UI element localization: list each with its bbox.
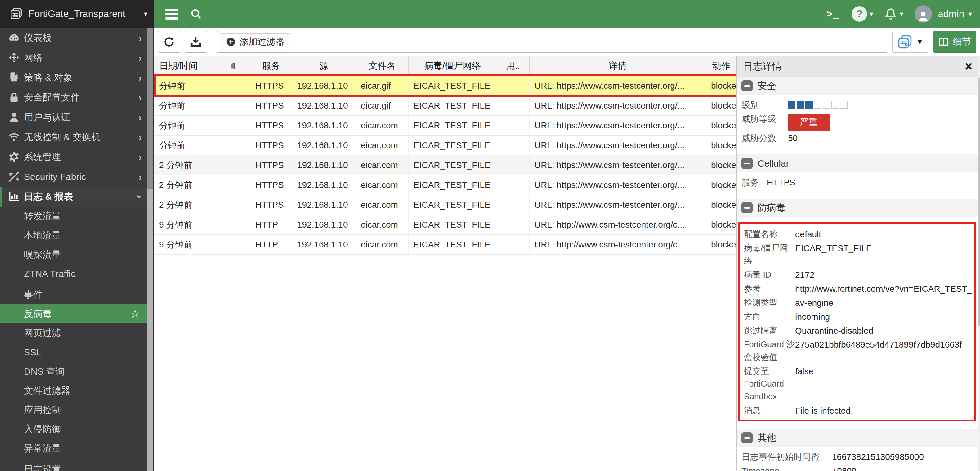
download-button[interactable] <box>185 31 207 53</box>
col-header-service[interactable]: 服务 <box>250 56 292 76</box>
chevron-right-icon: › <box>138 152 142 162</box>
avatar <box>915 5 932 23</box>
device-selector[interactable]: FortiGate_Transparent ▾ <box>0 0 154 28</box>
field-row: 威胁等级 严重 <box>737 112 977 131</box>
policy-icon <box>8 71 24 84</box>
sidebar-item-security-fabric[interactable]: Security Fabric › <box>0 167 148 187</box>
sidebar-item-ssl[interactable]: SSL <box>0 343 148 362</box>
col-header-attachment[interactable] <box>216 56 250 76</box>
sidebar-item-anomaly[interactable]: 异常流量 <box>0 439 148 458</box>
sidebar-item-forward-traffic[interactable]: 转发流量 <box>0 206 148 226</box>
sidebar-scrollbar[interactable] <box>147 28 153 471</box>
col-header-datetime[interactable]: 日期/时间 <box>154 56 216 76</box>
sidebar-item-local-traffic[interactable]: 本地流量 <box>0 226 148 245</box>
col-header-action[interactable]: 动作 <box>706 56 737 76</box>
section-antivirus[interactable]: 防病毒 <box>737 199 977 217</box>
virus-link[interactable]: EICAR_TEST_FILE <box>409 76 497 95</box>
notifications-menu[interactable]: ▾ <box>884 8 903 21</box>
level-indicator <box>788 101 977 108</box>
sidebar-item-wifi-switch[interactable]: 无线控制 & 交换机 › <box>0 127 148 147</box>
table-row[interactable]: 分钟前 HTTPS 192.168.1.10 eicar.gif EICAR_T… <box>154 96 737 116</box>
log-report-icon <box>8 190 24 203</box>
sidebar-item-app-control[interactable]: 应用控制 <box>0 400 148 420</box>
network-icon <box>8 51 24 64</box>
search-icon[interactable] <box>189 8 202 21</box>
virus-link[interactable]: EICAR_TEST_FILE <box>409 135 497 155</box>
sidebar-item-antivirus[interactable]: 反病毒 ☆ <box>0 304 148 324</box>
table-row[interactable]: 分钟前 HTTPS 192.168.1.10 eicar.com EICAR_T… <box>154 135 737 155</box>
field-row: FortiGuard 沙盒校验值 275a021bbfb6489e54d4718… <box>740 338 974 364</box>
table-row[interactable]: 分钟前 HTTPS 192.168.1.10 eicar.com EICAR_T… <box>154 116 737 135</box>
sidebar-item-log-report[interactable]: 日志 & 报表 › <box>0 187 148 206</box>
chevron-right-icon: › <box>138 52 142 63</box>
col-header-filename[interactable]: 文件名 <box>356 56 409 76</box>
section-cellular[interactable]: Cellular <box>737 154 977 173</box>
sidebar-item-network[interactable]: 网络 › <box>0 48 148 68</box>
user-menu[interactable]: admin ▾ <box>915 5 972 23</box>
sidebar-item-log-settings[interactable]: 日志设置 <box>0 460 148 471</box>
sidebar-item-file-filter[interactable]: 文件过滤器 <box>0 381 148 400</box>
field-row: 威胁分数 50 <box>737 131 977 145</box>
section-security[interactable]: 安全 <box>737 77 977 95</box>
table-row[interactable]: 9 分钟前 HTTP 192.168.1.10 eicar.com EICAR_… <box>154 215 737 235</box>
sidebar-item-ztna-traffic[interactable]: ZTNA Traffic <box>0 264 148 284</box>
virus-link[interactable]: EICAR_TEST_FILE <box>409 215 497 235</box>
table-row[interactable]: 2 分钟前 HTTPS 192.168.1.10 eicar.com EICAR… <box>154 175 737 195</box>
antivirus-fields: 配置名称 default 病毒/僵尸网络 EICAR_TEST_FILE 病毒 … <box>740 224 974 420</box>
panel-scrollbar[interactable] <box>977 56 980 471</box>
sidebar-item-policy-objects[interactable]: 策略 & 对象 › <box>0 68 148 87</box>
virus-name-link[interactable]: EICAR_TEST_FILE <box>795 242 974 255</box>
panel-header: 日志详情 × <box>737 56 980 77</box>
section-other[interactable]: 其他 <box>737 429 977 447</box>
field-row: 配置名称 default <box>740 227 974 241</box>
table-row[interactable]: 9 分钟前 HTTP 192.168.1.10 eicar.com EICAR_… <box>154 235 737 255</box>
log-source-selector[interactable]: ▼ <box>892 31 928 53</box>
virus-link[interactable]: EICAR_TEST_FILE <box>409 96 497 115</box>
refresh-button[interactable] <box>158 31 180 53</box>
security-fabric-icon <box>8 171 24 183</box>
col-header-virus[interactable]: 病毒/僵尸网络 <box>409 56 497 76</box>
star-icon[interactable]: ☆ <box>130 307 140 320</box>
fortigate-logo-icon <box>9 7 24 21</box>
col-header-detail[interactable]: 详情 <box>530 56 706 76</box>
collapse-icon <box>741 158 752 169</box>
virus-link[interactable]: EICAR_TEST_FILE <box>409 155 497 175</box>
sidebar-item-events[interactable]: 事件 <box>0 285 148 304</box>
sidebar-scrollbar-thumb[interactable] <box>147 28 153 189</box>
table-header: 日期/时间 服务 源 文件名 病毒/僵尸网络 用.. 详情 动作 <box>154 56 737 76</box>
reference-link[interactable]: http://www.fortinet.com/ve?vn=EICAR_TEST… <box>795 282 974 295</box>
virus-link[interactable]: EICAR_TEST_FILE <box>409 235 497 254</box>
bell-icon <box>884 8 897 21</box>
chevron-down-icon: ▼ <box>916 38 924 46</box>
threat-level-badge: 严重 <box>788 114 830 130</box>
virus-link[interactable]: EICAR_TEST_FILE <box>409 175 497 195</box>
cli-console-icon[interactable]: >_ <box>826 8 840 20</box>
sidebar-item-system[interactable]: 系统管理 › <box>0 147 148 167</box>
chevron-right-icon: › <box>138 112 142 122</box>
help-menu[interactable]: ? ▾ <box>851 6 873 22</box>
col-header-source[interactable]: 源 <box>292 56 356 76</box>
table-row[interactable]: 2 分钟前 HTTPS 192.168.1.10 eicar.com EICAR… <box>154 195 737 215</box>
details-toggle-button[interactable]: 细节 <box>933 31 976 53</box>
panel-scrollbar-thumb[interactable] <box>977 78 980 325</box>
field-row: 检测类型 av-engine <box>740 296 974 310</box>
col-header-user[interactable]: 用.. <box>497 56 530 76</box>
chevron-down-icon: ▾ <box>969 10 972 18</box>
sidebar-item-ips[interactable]: 入侵防御 <box>0 420 148 439</box>
close-icon[interactable]: × <box>964 60 972 73</box>
wifi-icon <box>8 131 24 143</box>
table-row[interactable]: 2 分钟前 HTTPS 192.168.1.10 eicar.com EICAR… <box>154 155 737 175</box>
menu-toggle-icon[interactable] <box>165 9 178 19</box>
sidebar-item-security-profiles[interactable]: 安全配置文件 › <box>0 87 148 107</box>
sidebar-item-dns-query[interactable]: DNS 查询 <box>0 362 148 381</box>
virus-link[interactable]: EICAR_TEST_FILE <box>409 116 497 135</box>
filter-bar[interactable]: 添加过滤器 <box>217 31 887 53</box>
sidebar-item-sniffer-traffic[interactable]: 嗅探流量 <box>0 245 148 264</box>
add-filter-button[interactable]: 添加过滤器 <box>220 33 290 50</box>
sidebar-item-user-auth[interactable]: 用户与认证 › <box>0 107 148 127</box>
sidebar-item-dashboard[interactable]: 仪表板 › <box>0 28 148 48</box>
virus-link[interactable]: EICAR_TEST_FILE <box>409 195 497 214</box>
topbar-actions: >_ ? ▾ ▾ admin ▾ <box>826 5 972 23</box>
sidebar-item-web-filter[interactable]: 网页过滤 <box>0 324 148 343</box>
table-row[interactable]: 分钟前 HTTPS 192.168.1.10 eicar.gif EICAR_T… <box>154 76 737 96</box>
